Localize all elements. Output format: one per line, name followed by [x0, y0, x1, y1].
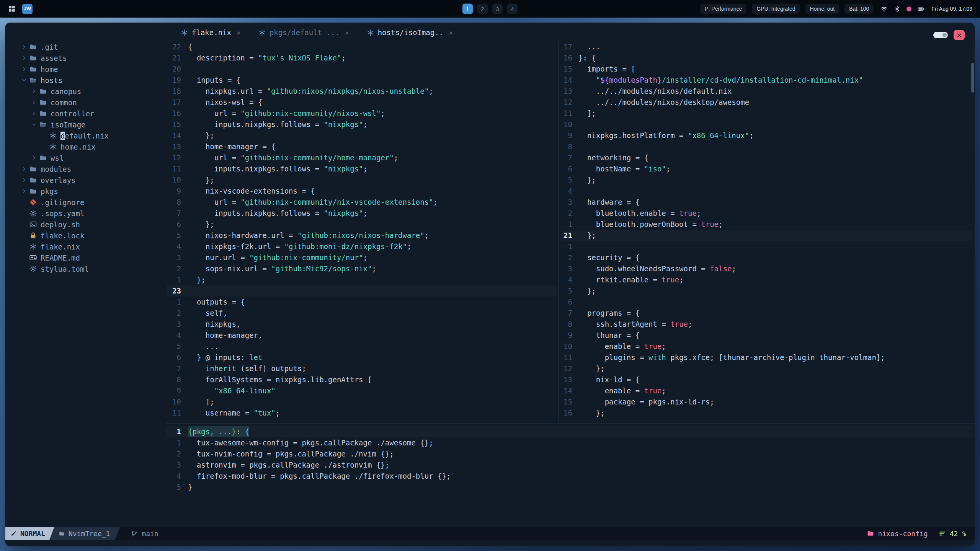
workspace-1[interactable]: 1 [462, 4, 473, 14]
code-line[interactable]: 5 ... [166, 341, 557, 352]
tree-item-home-nix[interactable]: home.nix [5, 141, 166, 152]
chevron-right-icon[interactable] [19, 177, 28, 184]
tree-item-default-nix[interactable]: default.nix [5, 130, 166, 141]
code-line[interactable]: 10 ]; [166, 396, 557, 408]
code-line[interactable]: 6 } @ inputs: let [166, 352, 557, 363]
chevron-right-icon[interactable] [19, 66, 28, 73]
tree-item-stylua-toml[interactable]: stylua.toml [5, 263, 166, 274]
code-line[interactable]: 1 bluetooth.powerOnBoot = true; [561, 219, 972, 230]
code-line[interactable]: 5 }; [561, 285, 972, 297]
tree-item-deploy-sh[interactable]: deploy.sh [5, 219, 166, 230]
code-line[interactable]: 1 tux-awesome-wm-config = pkgs.callPacka… [166, 437, 972, 448]
code-line[interactable]: 8 [561, 141, 972, 152]
code-line[interactable]: 2 self, [166, 308, 557, 319]
tab-pkgs-default-[interactable]: pkgs/default ...× [258, 28, 349, 37]
tree-item-canopus[interactable]: canopus [5, 86, 166, 97]
code-line[interactable]: 10 }; [166, 174, 557, 186]
code-line[interactable]: 10 enable = true; [561, 341, 972, 352]
wm-logo[interactable]: JW [22, 4, 33, 14]
chevron-right-icon[interactable] [19, 44, 28, 51]
code-line[interactable]: 4 rtkit.enable = true; [561, 274, 972, 285]
close-button[interactable]: × [954, 30, 965, 40]
code-line[interactable]: 3 nur.url = "github:nix-community/nur"; [166, 252, 557, 263]
code-line[interactable]: 17 ... [561, 41, 972, 52]
code-line[interactable]: 7 inputs.nixpkgs.follows = "nixpkgs"; [166, 208, 557, 219]
tab-flake-nix[interactable]: flake.nix× [181, 28, 241, 37]
code-line[interactable]: 12 url = "github:nix-community/home-mana… [166, 152, 557, 163]
code-line[interactable]: 21 }; [561, 230, 972, 241]
code-line[interactable]: 4 [561, 186, 972, 197]
window-separator-vertical[interactable] [559, 41, 559, 422]
code-line[interactable]: 9 "x86_64-linux" [166, 385, 557, 396]
code-line[interactable]: 16}: { [561, 52, 972, 64]
tree-item-isoimage[interactable]: isoImage [5, 119, 166, 130]
apps-grid-icon[interactable] [8, 5, 16, 13]
code-line[interactable]: 17 nixos-wsl = { [166, 97, 557, 108]
tab-hosts-isoimag-[interactable]: hosts/isoImag..× [367, 28, 453, 37]
code-line[interactable]: 7 programs = { [561, 308, 972, 319]
tree-item--sops-yaml[interactable]: .sops.yaml [5, 208, 166, 219]
editor-flake-nix[interactable]: 22{21 description = "tux's NixOS Flake";… [166, 41, 557, 419]
code-line[interactable]: 2 bluetooth.enable = true; [561, 208, 972, 219]
code-line[interactable]: 12 ../../modules/nixos/desktop/awesome [561, 97, 972, 108]
tree-item-pkgs[interactable]: pkgs [5, 186, 166, 197]
code-line[interactable]: 4 nixpkgs-f2k.url = "github:moni-dz/nixp… [166, 241, 557, 252]
workspace-3[interactable]: 3 [492, 4, 503, 14]
code-line[interactable]: 14 enable = true; [561, 385, 972, 396]
code-line[interactable]: 11 inputs.nixpkgs.follows = "nixpkgs"; [166, 163, 557, 174]
tree-item-readme-md[interactable]: README.md [5, 252, 166, 263]
code-line[interactable]: 3 sudo.wheelNeedsPassword = false; [561, 263, 972, 274]
code-line[interactable]: 1 [561, 241, 972, 252]
code-line[interactable]: 3 astronvim = pkgs.callPackage ./astronv… [166, 460, 972, 471]
code-line[interactable]: 1{pkgs, ...}: { [166, 426, 972, 437]
code-line[interactable]: 13 home-manager = { [166, 141, 557, 152]
code-line[interactable]: 4 firefox-mod-blur = pkgs.callPackage ./… [166, 471, 972, 482]
code-line[interactable]: 8 url = "github:nix-community/nix-vscode… [166, 197, 557, 208]
code-line[interactable]: 9 nixpkgs.hostPlatform = "x86_64-linux"; [561, 130, 972, 141]
code-line[interactable]: 3 hardware = { [561, 197, 972, 208]
code-line[interactable]: 16 }; [561, 408, 972, 419]
code-line[interactable]: 20 [166, 64, 557, 75]
tab-close-icon[interactable]: × [345, 29, 349, 37]
scrollbar[interactable] [971, 63, 974, 93]
code-line[interactable]: 2 sops-nix.url = "github:Mic92/sops-nix"… [166, 263, 557, 274]
editor-pkgs-default-nix[interactable]: 1{pkgs, ...}: {1 tux-awesome-wm-config =… [166, 426, 972, 493]
tree-item-flake-lock[interactable]: flake.lock [5, 230, 166, 241]
chevron-right-icon[interactable] [19, 188, 28, 195]
code-line[interactable]: 3 nixpkgs, [166, 319, 557, 330]
code-line[interactable]: 13 nix-ld = { [561, 374, 972, 385]
tree-item--gitignore[interactable]: .gitignore [5, 197, 166, 208]
code-line[interactable]: 1 outputs = { [166, 297, 557, 308]
code-line[interactable]: 6 hostName = "iso"; [561, 163, 972, 174]
tree-item-wsl[interactable]: wsl [5, 152, 166, 163]
code-line[interactable]: 21 description = "tux's NixOS Flake"; [166, 52, 557, 64]
workspace-2[interactable]: 2 [477, 4, 488, 14]
code-line[interactable]: 5} [166, 482, 972, 493]
code-line[interactable]: 6 [561, 297, 972, 308]
window-separator-horizontal[interactable] [166, 423, 975, 424]
code-line[interactable]: 7 networking = { [561, 152, 972, 163]
code-line[interactable]: 1 }; [166, 274, 557, 285]
chevron-right-icon[interactable] [19, 55, 28, 62]
code-line[interactable]: 23 [166, 285, 557, 297]
tree-item-overlays[interactable]: overlays [5, 174, 166, 186]
window-toggle[interactable] [933, 32, 948, 38]
code-line[interactable]: 8 forAllSystems = nixpkgs.lib.genAttrs [ [166, 374, 557, 385]
tab-close-icon[interactable]: × [449, 29, 453, 37]
code-line[interactable]: 10 [561, 119, 972, 130]
code-line[interactable]: 6 }; [166, 219, 557, 230]
code-line[interactable]: 15 inputs.nixpkgs.follows = "nixpkgs"; [166, 119, 557, 130]
code-line[interactable]: 2 security = { [561, 252, 972, 263]
tab-close-icon[interactable]: × [237, 29, 241, 37]
code-line[interactable]: 11 ]; [561, 108, 972, 119]
code-line[interactable]: 12 }; [561, 363, 972, 374]
code-line[interactable]: 22{ [166, 41, 557, 52]
code-line[interactable]: 11 username = "tux"; [166, 408, 557, 419]
tree-item-home[interactable]: home [5, 64, 166, 75]
tree-item-hosts[interactable]: hosts [5, 75, 166, 86]
tree-item--git[interactable]: .git [5, 41, 166, 52]
code-line[interactable]: 11 plugins = with pkgs.xfce; [thunar-arc… [561, 352, 972, 363]
code-line[interactable]: 4 home-manager, [166, 330, 557, 341]
code-line[interactable]: 15 imports = [ [561, 64, 972, 75]
code-line[interactable]: 19 inputs = { [166, 75, 557, 86]
